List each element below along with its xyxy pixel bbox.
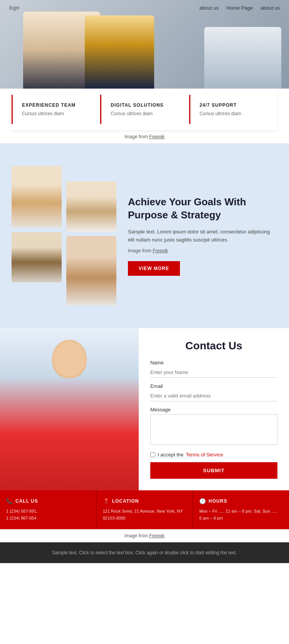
- photo-col-left: [12, 166, 62, 305]
- location-line-1: 121 Rock Sreet, 21 Avenue, New York, NY: [103, 508, 187, 515]
- email-input[interactable]: [150, 391, 277, 401]
- name-input[interactable]: [150, 367, 277, 378]
- contact-photo: [0, 328, 139, 490]
- team-content: Achieve Your Goals With Purpose & Strate…: [128, 196, 277, 275]
- features-container: EXPERIENCED TEAM Cursus ultrices diam DI…: [12, 89, 277, 130]
- location-icon: 📍: [103, 498, 110, 504]
- hours-line-1: Mon – Fri ..... 11 am – 8 pm, Sat, Sun .…: [199, 508, 283, 515]
- footer-text: Sample text. Click to select the text bo…: [52, 550, 237, 555]
- team-photo-4: [66, 236, 116, 305]
- feature-desc-1: Cursus ultrices diam: [22, 111, 91, 116]
- info-cards: 📞 CALL US 1 (234) 567-891, 1 (234) 987-6…: [0, 490, 289, 529]
- bottom-credit: Image from Freepik: [0, 529, 289, 542]
- team-photo-1: [12, 166, 62, 228]
- call-us-label: CALL US: [15, 498, 38, 504]
- tos-row: I accept the Terms of Service: [150, 452, 277, 458]
- person-center: [85, 15, 154, 89]
- bottom-credit-link[interactable]: Freepik: [149, 533, 165, 538]
- email-label: Email: [150, 383, 277, 389]
- feature-support: 24/7 SUPPORT Cursus ultrices diam: [189, 95, 277, 124]
- location-line-2: 92103-9000: [103, 515, 187, 522]
- hero-credit-link[interactable]: Freepik: [149, 134, 165, 139]
- hours-label: HOURS: [208, 498, 227, 504]
- message-label: Message: [150, 407, 277, 413]
- feature-desc-3: Cursus ultrices diam: [200, 111, 268, 116]
- contact-form-area: Contact Us Name Email Message I accept t…: [139, 328, 289, 490]
- bottom-credit-text: Image from: [124, 533, 149, 538]
- team-title: Achieve Your Goals With Purpose & Strate…: [128, 196, 277, 222]
- message-textarea[interactable]: [150, 414, 277, 445]
- name-group: Name: [150, 360, 277, 378]
- main-nav: about us Home Page about us: [200, 5, 280, 11]
- hero-credit-text: Image from: [124, 134, 149, 139]
- phone-icon: 📞: [6, 498, 13, 504]
- team-photo-3: [66, 181, 116, 231]
- feature-title-2: DIGITAL SOLUTIONS: [111, 102, 179, 108]
- team-image-credit: Image from Freepik: [128, 248, 277, 253]
- message-group: Message: [150, 407, 277, 446]
- feature-experienced-team: EXPERIENCED TEAM Cursus ultrices diam: [12, 95, 100, 124]
- nav-about-us-2[interactable]: about us: [260, 5, 280, 11]
- call-us-title: 📞 CALL US: [6, 498, 90, 504]
- call-us-content: 1 (234) 567-891, 1 (234) 987-654: [6, 508, 90, 522]
- team-section: Achieve Your Goals With Purpose & Strate…: [0, 143, 289, 328]
- feature-title-1: EXPERIENCED TEAM: [22, 102, 91, 108]
- feature-title-3: 24/7 SUPPORT: [200, 102, 268, 108]
- team-photo-2: [12, 232, 62, 282]
- header: logo about us Home Page about us: [0, 0, 289, 15]
- nav-home-page[interactable]: Home Page: [226, 5, 253, 11]
- tos-checkbox[interactable]: [150, 452, 155, 457]
- team-photos: [12, 166, 116, 305]
- team-credit-pre: Image from: [128, 248, 153, 253]
- features-bar: EXPERIENCED TEAM Cursus ultrices diam DI…: [12, 89, 277, 130]
- contact-person-image: [0, 328, 139, 490]
- clock-icon: 🕐: [199, 498, 206, 504]
- location-card: 📍 LOCATION 121 Rock Sreet, 21 Avenue, Ne…: [97, 490, 193, 529]
- team-freepik-link[interactable]: Freepik: [153, 248, 168, 253]
- location-content: 121 Rock Sreet, 21 Avenue, New York, NY …: [103, 508, 187, 522]
- call-us-line-2: 1 (234) 987-654: [6, 515, 90, 522]
- team-description: Sample text. Lorem ipsum dolor sit amet,…: [128, 228, 277, 244]
- view-more-button[interactable]: VIEW MORE: [128, 261, 180, 276]
- tos-link[interactable]: Terms of Service: [186, 452, 223, 458]
- nav-about-us-1[interactable]: about us: [200, 5, 219, 11]
- feature-desc-2: Cursus ultrices diam: [111, 111, 179, 116]
- call-us-line-1: 1 (234) 567-891,: [6, 508, 90, 515]
- hero-credit: Image from Freepik: [0, 130, 289, 143]
- hours-card: 🕐 HOURS Mon – Fri ..... 11 am – 8 pm, Sa…: [193, 490, 289, 529]
- hours-title: 🕐 HOURS: [199, 498, 283, 504]
- feature-digital-solutions: DIGITAL SOLUTIONS Cursus ultrices diam: [100, 95, 188, 124]
- footer: Sample text. Click to select the text bo…: [0, 542, 289, 563]
- hours-content: Mon – Fri ..... 11 am – 8 pm, Sat, Sun .…: [199, 508, 283, 522]
- call-us-card: 📞 CALL US 1 (234) 567-891, 1 (234) 987-6…: [0, 490, 97, 529]
- logo: logo: [9, 5, 19, 11]
- contact-section: Contact Us Name Email Message I accept t…: [0, 328, 289, 490]
- laptop-area: [204, 27, 281, 89]
- contact-title: Contact Us: [150, 340, 277, 352]
- location-label: LOCATION: [112, 498, 139, 504]
- email-group: Email: [150, 383, 277, 401]
- location-title: 📍 LOCATION: [103, 498, 187, 504]
- name-label: Name: [150, 360, 277, 366]
- tos-pre-text: I accept the: [158, 452, 183, 458]
- submit-button[interactable]: SUBMIT: [150, 462, 277, 479]
- photo-col-right: [66, 166, 116, 305]
- hours-line-2: 6 am – 8 pm: [199, 515, 283, 522]
